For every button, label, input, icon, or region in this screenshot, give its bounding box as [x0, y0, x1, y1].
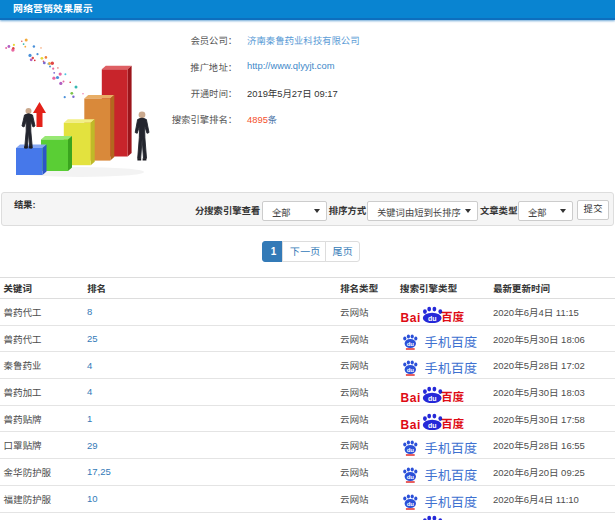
- svg-text:du: du: [407, 341, 415, 347]
- svg-text:手机百度: 手机百度: [425, 466, 478, 484]
- svg-text:du: du: [407, 474, 415, 480]
- svg-text:百度: 百度: [441, 388, 464, 403]
- svg-text:du: du: [428, 315, 437, 322]
- svg-text:百度: 百度: [441, 415, 464, 430]
- svg-text:du: du: [428, 395, 437, 402]
- svg-text:手机百度: 手机百度: [425, 439, 478, 457]
- svg-text:百度: 百度: [441, 308, 464, 323]
- svg-text:Bai: Bai: [401, 392, 421, 404]
- svg-text:手机百度: 手机百度: [425, 359, 478, 377]
- svg-text:手机百度: 手机百度: [425, 493, 478, 511]
- svg-text:手机百度: 手机百度: [425, 333, 478, 351]
- svg-text:Bai: Bai: [401, 418, 421, 430]
- svg-text:du: du: [407, 447, 415, 453]
- svg-text:du: du: [428, 422, 437, 429]
- svg-text:Bai: Bai: [401, 311, 421, 323]
- svg-text:du: du: [407, 367, 415, 373]
- svg-text:du: du: [407, 501, 415, 507]
